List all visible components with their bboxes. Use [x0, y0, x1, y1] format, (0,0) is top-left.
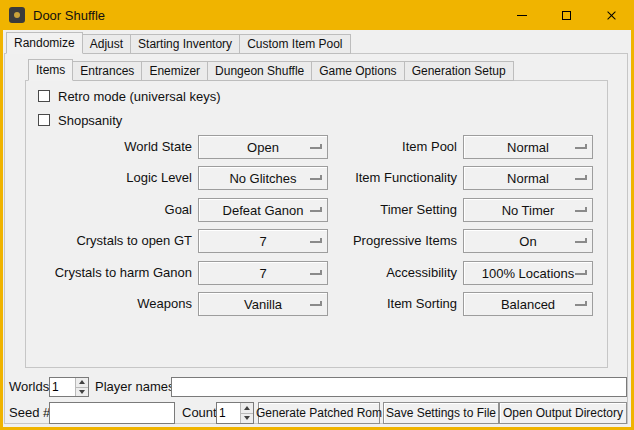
worlds-label: Worlds [9, 377, 49, 397]
maximize-button[interactable] [544, 0, 589, 30]
option-row: Crystals to harm Ganon 7 Accessibility 1… [26, 261, 607, 285]
accessibility-dropdown[interactable]: 100% Locations [463, 261, 593, 285]
item-sorting-label: Item Sorting [322, 292, 457, 316]
seed-input[interactable] [49, 402, 175, 424]
tab-custom-item-pool[interactable]: Custom Item Pool [239, 34, 350, 54]
goal-dropdown[interactable]: Defeat Ganon [198, 198, 328, 222]
tab-generation-setup[interactable]: Generation Setup [404, 61, 514, 81]
count-input[interactable] [217, 403, 240, 423]
crystals-open-gt-label: Crystals to open GT [32, 229, 192, 253]
world-state-dropdown[interactable]: Open [198, 135, 328, 159]
spin-up-icon [79, 380, 85, 384]
progressive-items-value: On [519, 234, 536, 249]
goal-label: Goal [32, 198, 192, 222]
option-row: Crystals to open GT 7 Progressive Items … [26, 229, 607, 253]
weapons-label: Weapons [32, 292, 192, 316]
save-settings-button[interactable]: Save Settings to File [383, 402, 499, 424]
count-label: Count [182, 402, 217, 424]
app-window: Door Shuffle Randomize Adjust Starting I… [0, 0, 634, 430]
close-button[interactable] [589, 0, 634, 30]
timer-setting-value: No Timer [502, 203, 555, 218]
spin-down-icon [79, 390, 85, 394]
logic-level-value: No Glitches [229, 171, 296, 186]
retro-mode-label: Retro mode (universal keys) [58, 89, 221, 104]
tab-game-options[interactable]: Game Options [311, 61, 404, 81]
item-sorting-dropdown[interactable]: Balanced [463, 292, 593, 316]
window-title: Door Shuffle [33, 8, 105, 23]
timer-setting-dropdown[interactable]: No Timer [463, 198, 593, 222]
accessibility-label: Accessibility [322, 261, 457, 285]
tab-starting-inventory[interactable]: Starting Inventory [130, 34, 240, 54]
crystals-open-gt-dropdown[interactable]: 7 [198, 229, 328, 253]
logic-level-dropdown[interactable]: No Glitches [198, 166, 328, 190]
retro-mode-row: Retro mode (universal keys) [38, 88, 221, 104]
minimize-button[interactable] [499, 0, 544, 30]
close-icon [606, 10, 617, 21]
option-row: World State Open Item Pool Normal [26, 135, 607, 159]
player-names-label: Player names [95, 377, 174, 397]
spin-up-icon [244, 406, 250, 410]
item-functionality-dropdown[interactable]: Normal [463, 166, 593, 190]
spin-down-icon [244, 416, 250, 420]
tab-enemizer[interactable]: Enemizer [141, 61, 208, 81]
worlds-input[interactable] [50, 378, 75, 396]
crystals-harm-ganon-dropdown[interactable]: 7 [198, 261, 328, 285]
player-names-input[interactable] [171, 377, 627, 397]
item-pool-dropdown[interactable]: Normal [463, 135, 593, 159]
world-state-label: World State [32, 135, 192, 159]
shopsanity-label: Shopsanity [58, 113, 122, 128]
weapons-value: Vanilla [244, 297, 282, 312]
dropdown-indicator-icon [310, 175, 322, 180]
dropdown-indicator-icon [575, 301, 587, 306]
items-pane: Retro mode (universal keys) Shopsanity W… [25, 80, 608, 368]
shopsanity-checkbox[interactable] [38, 114, 50, 126]
dropdown-indicator-icon [575, 270, 587, 275]
tab-items[interactable]: Items [28, 59, 73, 81]
app-icon [9, 7, 25, 23]
maximize-icon [562, 11, 571, 20]
item-pool-value: Normal [507, 140, 549, 155]
count-spin-down[interactable] [241, 413, 253, 424]
dropdown-indicator-icon [575, 144, 587, 149]
seed-label: Seed # [9, 402, 50, 424]
dropdown-indicator-icon [310, 301, 322, 306]
minimize-icon [517, 15, 527, 16]
dropdown-indicator-icon [575, 238, 587, 243]
inner-tab-bar: Items Entrances Enemizer Dungeon Shuffle… [28, 59, 514, 81]
open-output-directory-button[interactable]: Open Output Directory [499, 402, 627, 424]
worlds-spin-down[interactable] [76, 387, 88, 397]
dropdown-indicator-icon [575, 175, 587, 180]
dropdown-indicator-icon [310, 207, 322, 212]
dropdown-indicator-icon [310, 270, 322, 275]
dropdown-indicator-icon [310, 144, 322, 149]
titlebar: Door Shuffle [0, 0, 634, 30]
app-icon-dot [14, 12, 20, 18]
tab-randomize[interactable]: Randomize [6, 32, 83, 54]
worlds-spin-up[interactable] [76, 378, 88, 387]
timer-setting-label: Timer Setting [322, 198, 457, 222]
logic-level-label: Logic Level [32, 166, 192, 190]
worlds-spin-buttons [75, 378, 88, 396]
count-spin-up[interactable] [241, 403, 253, 413]
window-controls [499, 0, 634, 30]
item-sorting-value: Balanced [501, 297, 555, 312]
tab-dungeon-shuffle[interactable]: Dungeon Shuffle [207, 61, 312, 81]
progressive-items-dropdown[interactable]: On [463, 229, 593, 253]
dropdown-indicator-icon [575, 207, 587, 212]
count-spin-buttons [240, 403, 253, 423]
weapons-dropdown[interactable]: Vanilla [198, 292, 328, 316]
generate-patched-rom-button[interactable]: Generate Patched Rom [258, 402, 380, 424]
progressive-items-label: Progressive Items [322, 229, 457, 253]
shopsanity-row: Shopsanity [38, 112, 122, 128]
retro-mode-checkbox[interactable] [38, 90, 50, 102]
worlds-spinbox[interactable] [49, 377, 89, 397]
goal-value: Defeat Ganon [223, 203, 304, 218]
tab-entrances[interactable]: Entrances [72, 61, 142, 81]
option-row: Goal Defeat Ganon Timer Setting No Timer [26, 198, 607, 222]
crystals-harm-ganon-value: 7 [259, 266, 266, 281]
worlds-row: Worlds Player names [5, 377, 627, 397]
outer-tab-bar: Randomize Adjust Starting Inventory Cust… [6, 32, 351, 54]
count-spinbox[interactable] [216, 402, 254, 424]
tab-adjust[interactable]: Adjust [82, 34, 131, 54]
dropdown-indicator-icon [310, 238, 322, 243]
